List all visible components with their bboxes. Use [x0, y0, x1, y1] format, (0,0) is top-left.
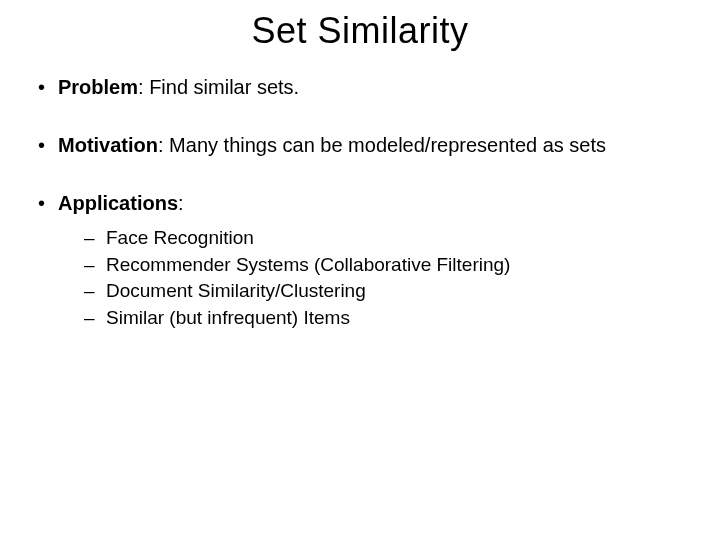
bullet-motivation: Motivation: Many things can be modeled/r…: [30, 132, 690, 158]
bullet-problem: Problem: Find similar sets.: [30, 74, 690, 100]
sub-bullet-list: Face Recognition Recommender Systems (Co…: [80, 226, 690, 331]
bullet-label: Problem: [58, 76, 138, 98]
sub-bullet-item: Similar (but infrequent) Items: [80, 306, 690, 331]
bullet-label: Applications: [58, 192, 178, 214]
sub-bullet-item: Recommender Systems (Collaborative Filte…: [80, 253, 690, 278]
bullet-label: Motivation: [58, 134, 158, 156]
bullet-text: : Many things can be modeled/represented…: [158, 134, 606, 156]
sub-bullet-item: Face Recognition: [80, 226, 690, 251]
bullet-applications: Applications: Face Recognition Recommend…: [30, 190, 690, 331]
bullet-text: : Find similar sets.: [138, 76, 299, 98]
sub-bullet-item: Document Similarity/Clustering: [80, 279, 690, 304]
bullet-list: Problem: Find similar sets. Motivation: …: [30, 74, 690, 331]
slide-title: Set Similarity: [30, 10, 690, 52]
slide: Set Similarity Problem: Find similar set…: [0, 0, 720, 540]
bullet-text: :: [178, 192, 184, 214]
